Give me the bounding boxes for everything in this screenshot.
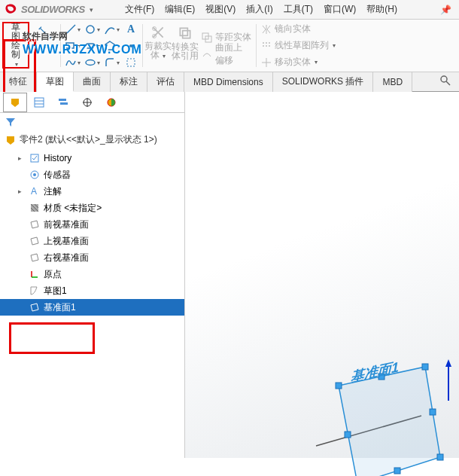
offset-group: 等距实体 曲面上偏移 (199, 20, 254, 72)
workspace: 零件2 (默认<<默认>_显示状态 1>) ▸History 传感器 ▸A注解 … (0, 92, 459, 458)
svg-rect-26 (60, 102, 68, 105)
menu-window[interactable]: 窗口(W) (319, 2, 360, 17)
convert-label-2: 体引用 (172, 50, 199, 61)
feature-tree-panel: 零件2 (默认<<默认>_显示状态 1>) ▸History 传感器 ▸A注解 … (0, 92, 185, 458)
tree-tab-property[interactable] (27, 93, 51, 112)
convert-icon (178, 26, 193, 41)
svg-point-20 (441, 76, 447, 82)
svg-rect-46 (336, 383, 342, 389)
svg-rect-51 (394, 468, 400, 474)
search-icon[interactable] (432, 72, 459, 92)
tree-sensor[interactable]: 传感器 (0, 166, 184, 183)
tree-body: ▸History 传感器 ▸A注解 材质 <未指定> 前视基准面 上视基准面 右… (0, 148, 184, 458)
svg-rect-49 (430, 409, 436, 415)
tab-annotate[interactable]: 标注 (111, 72, 147, 92)
ellipse-tool[interactable]: ▾ (82, 54, 102, 71)
3d-viewport[interactable]: 基准面1 (185, 92, 459, 458)
tree-origin[interactable]: 原点 (0, 266, 184, 282)
svg-rect-22 (35, 98, 44, 107)
part-header[interactable]: 零件2 (默认<<默认>_显示状态 1>) (0, 131, 184, 148)
menu-insert[interactable]: 插入(I) (242, 2, 277, 17)
svg-rect-7 (127, 59, 135, 66)
trim-button[interactable]: 剪裁实体 ▾ (144, 20, 172, 66)
linear-pattern-button[interactable]: 线性草图阵列▾ (261, 38, 336, 53)
tree-material[interactable]: 材质 <未指定> (0, 200, 184, 216)
tab-mbd-dimensions[interactable]: MBD Dimensions (184, 72, 273, 92)
tree-tab-display[interactable] (99, 93, 123, 112)
tab-evaluate[interactable]: 评估 (147, 72, 184, 92)
tree-right-plane[interactable]: 右视基准面 (0, 249, 184, 266)
menu-tools[interactable]: 工具(T) (279, 2, 318, 17)
svg-rect-50 (437, 454, 443, 460)
watermark-url: WWW.RJZXW.COM (23, 43, 142, 56)
svg-point-19 (269, 45, 270, 47)
tree-toolbar (0, 92, 184, 113)
mirror-button[interactable]: 镜向实体 (261, 22, 336, 37)
menu-file[interactable]: 文件(F) (120, 2, 159, 17)
svg-point-18 (266, 45, 267, 47)
pattern-group: 镜向实体 线性草图阵列▾ 移动实体▾ (258, 20, 339, 72)
highlight-box-plane1 (9, 322, 95, 354)
pin-icon[interactable]: 📌 (440, 5, 451, 15)
spline-tool[interactable]: ▾ (62, 54, 82, 71)
tree-front-plane[interactable]: 前视基准面 (0, 216, 184, 233)
tree-plane1[interactable]: 基准面1 (0, 299, 184, 316)
part-name: 零件2 (默认<<默认>_显示状态 1>) (20, 133, 157, 146)
svg-text:A: A (31, 186, 37, 197)
svg-rect-11 (183, 31, 190, 38)
plane-3d-graphic (233, 258, 459, 476)
svg-rect-48 (422, 364, 428, 370)
plane-tool[interactable] (121, 54, 141, 71)
tab-mbd[interactable]: MBD (373, 72, 412, 92)
tree-tab-feature[interactable] (3, 93, 27, 112)
tab-addins[interactable]: SOLIDWORKS 插件 (273, 72, 374, 92)
svg-marker-44 (445, 359, 451, 367)
part-icon (5, 134, 17, 146)
tree-top-plane[interactable]: 上视基准面 (0, 233, 184, 249)
watermark: 软件自学网 WWW.RJZXW.COM (23, 30, 142, 56)
convert-button[interactable]: 转换实体引用 (172, 20, 199, 66)
svg-point-15 (266, 42, 267, 44)
svg-rect-10 (180, 28, 187, 35)
tab-surface[interactable]: 曲面 (74, 72, 111, 92)
trim-label-2: 体 (150, 50, 160, 60)
tab-sketch[interactable]: 草图 (37, 72, 74, 92)
trim-icon (150, 25, 166, 40)
menu-view[interactable]: 视图(V) (201, 2, 240, 17)
svg-line-21 (446, 81, 450, 85)
svg-point-34 (33, 173, 36, 176)
svg-rect-53 (345, 432, 351, 438)
watermark-title: 软件自学网 (23, 30, 142, 43)
tree-history[interactable]: ▸History (0, 150, 184, 166)
surface-offset-button[interactable]: 曲面上偏移 (202, 47, 251, 62)
tree-tab-dimxpert[interactable] (75, 93, 99, 112)
filter-icon[interactable] (5, 116, 17, 128)
tree-sketch1[interactable]: 草图1 (0, 282, 184, 299)
menu-edit[interactable]: 编辑(E) (160, 2, 199, 17)
svg-point-14 (263, 42, 264, 44)
tree-tab-config[interactable] (51, 93, 75, 112)
fillet-tool[interactable]: ▾ (102, 54, 121, 71)
svg-rect-25 (59, 99, 66, 101)
filter-row (0, 113, 184, 131)
tree-annotation[interactable]: ▸A注解 (0, 183, 184, 200)
svg-point-16 (269, 42, 270, 44)
menu-help[interactable]: 帮助(H) (362, 2, 402, 17)
svg-point-17 (263, 45, 264, 47)
svg-point-6 (86, 60, 95, 66)
menu-bar: 文件(F) 编辑(E) 视图(V) 插入(I) 工具(T) 窗口(W) 帮助(H… (0, 0, 459, 20)
move-button[interactable]: 移动实体▾ (261, 55, 336, 70)
ribbon-tabs: 特征 草图 曲面 标注 评估 MBD Dimensions SOLIDWORKS… (0, 72, 459, 92)
